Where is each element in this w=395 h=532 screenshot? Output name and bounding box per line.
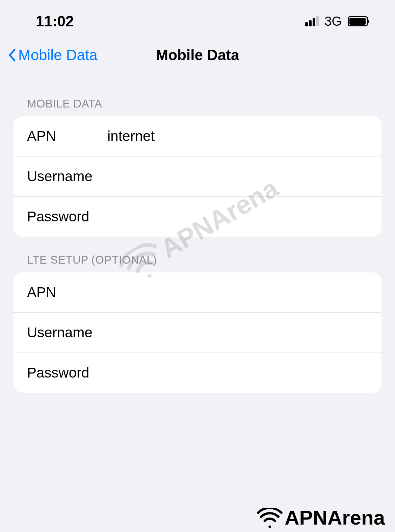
section-header-lte: LTE Setup (Optional) xyxy=(0,237,395,272)
password-input[interactable] xyxy=(107,209,368,225)
username-row[interactable]: Username xyxy=(14,156,381,197)
apn-input[interactable] xyxy=(107,128,368,144)
lte-username-input[interactable] xyxy=(107,324,368,341)
page-title: Mobile Data xyxy=(156,47,239,64)
lte-password-input[interactable] xyxy=(107,365,368,381)
lte-apn-input[interactable] xyxy=(107,284,368,300)
apn-row[interactable]: APN xyxy=(14,116,381,156)
lte-apn-row[interactable]: APN xyxy=(14,272,381,313)
chevron-left-icon xyxy=(8,49,16,62)
section-header-mobile-data: Mobile Data xyxy=(0,80,395,116)
watermark-text: APNArena xyxy=(285,506,385,529)
back-label: Mobile Data xyxy=(18,47,98,64)
lte-password-row[interactable]: Password xyxy=(14,353,381,393)
lte-password-label: Password xyxy=(27,365,107,381)
lte-apn-label: APN xyxy=(27,284,107,300)
network-type: 3G xyxy=(324,14,342,29)
navigation-bar: Mobile Data Mobile Data xyxy=(0,37,395,80)
signal-icon xyxy=(305,16,319,26)
lte-username-row[interactable]: Username xyxy=(14,313,381,353)
username-label: Username xyxy=(27,168,107,185)
mobile-data-group: APN Username Password xyxy=(14,116,381,237)
username-input[interactable] xyxy=(107,168,368,185)
back-button[interactable]: Mobile Data xyxy=(8,47,98,64)
watermark-bottom: APNArena xyxy=(256,506,385,529)
password-row[interactable]: Password xyxy=(14,197,381,237)
password-label: Password xyxy=(27,209,107,225)
status-time: 11:02 xyxy=(36,13,74,30)
wifi-icon xyxy=(256,508,283,528)
status-bar: 11:02 3G xyxy=(0,0,395,37)
status-indicators: 3G xyxy=(305,14,368,29)
apn-label: APN xyxy=(27,128,107,144)
lte-username-label: Username xyxy=(27,324,107,341)
lte-group: APN Username Password xyxy=(14,272,381,393)
battery-icon xyxy=(348,16,368,26)
